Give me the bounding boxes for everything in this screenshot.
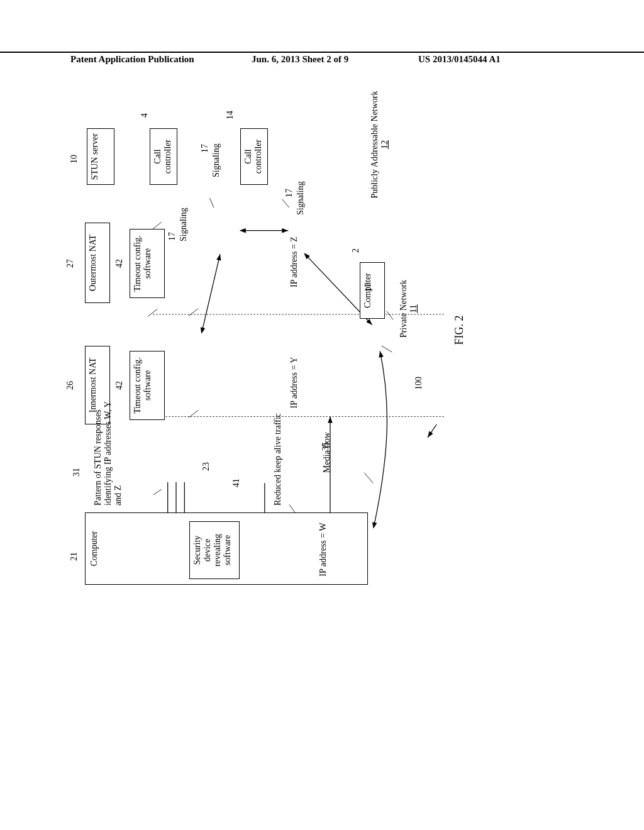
header-center: Jun. 6, 2013 Sheet 2 of 9 <box>252 54 348 65</box>
ref-14: 14 <box>225 111 235 119</box>
priv-net-text: Private Network <box>399 280 408 338</box>
timeout-config-1: Timeout config. software <box>130 351 165 420</box>
svg-line-13 <box>382 346 392 352</box>
ref-41: 41 <box>231 479 242 487</box>
svg-line-22 <box>282 199 289 208</box>
computer-21-label: Computer <box>89 513 99 584</box>
ref-26: 26 <box>65 381 75 390</box>
call-controller-14: Call controller <box>240 128 268 185</box>
ref-2: 2 <box>351 248 361 253</box>
outermost-nat: Outermost NAT <box>85 223 110 303</box>
ip-w: IP address = W <box>318 519 328 580</box>
ref-27: 27 <box>65 259 75 268</box>
svg-line-23 <box>387 311 393 319</box>
page: Patent Application Publication Jun. 6, 2… <box>0 0 644 830</box>
signaling-2: Signaling <box>211 143 221 177</box>
ip-z: IP address = Z <box>289 226 299 298</box>
header-left: Patent Application Publication <box>70 54 194 65</box>
ref-17b: 17 <box>200 144 210 153</box>
svg-line-20 <box>189 309 198 316</box>
priv-net-num: 11 <box>409 304 418 313</box>
ref-17a: 17 <box>167 232 177 241</box>
private-network-label: Private Network 11 <box>399 262 419 356</box>
ip-y: IP address = Y <box>289 346 299 419</box>
svg-line-5 <box>153 489 162 494</box>
keepalive-label: Reduced keep alive traffic <box>273 399 283 506</box>
svg-line-19 <box>189 411 198 418</box>
ref-42b: 42 <box>114 259 125 268</box>
figure-label: FIG. 2 <box>453 305 466 355</box>
svg-line-17 <box>148 309 157 317</box>
signaling-1: Signaling <box>179 208 189 241</box>
security-software: Security device revealing software <box>189 521 240 579</box>
ref-31: 31 <box>72 468 82 477</box>
call-controller-4: Call controller <box>150 128 177 185</box>
ref-100: 100 <box>414 377 424 390</box>
ref-4: 4 <box>140 113 150 118</box>
ref-21: 21 <box>69 552 79 561</box>
svg-line-10 <box>202 254 220 332</box>
figure-2: Computer Security device revealing softw… <box>50 157 579 597</box>
pub-net-num: 12 <box>380 140 389 149</box>
public-network-label: Publicly Addressable Network 12 <box>370 82 390 208</box>
timeout-config-2: Timeout config. software <box>130 229 165 298</box>
ref-42a: 42 <box>114 381 125 390</box>
pub-net-text: Publicly Addressable Network <box>370 91 379 198</box>
media-flow-label: Media flow <box>322 404 332 473</box>
header-right: US 2013/0145044 A1 <box>418 54 501 65</box>
svg-line-14 <box>428 424 436 438</box>
ref-17c: 17 <box>284 189 294 197</box>
computer-21: Computer Security device revealing softw… <box>85 512 368 585</box>
svg-line-21 <box>209 198 214 208</box>
ref-23: 23 <box>201 462 211 471</box>
stun-server: STUN server <box>87 128 114 185</box>
signaling-3: Signaling <box>296 181 306 215</box>
ref-17d: 17 <box>364 283 374 292</box>
ref-35: 35 <box>321 442 331 451</box>
svg-line-9 <box>364 473 373 484</box>
stun-response-label: Pattern of STUN responses identifying IP… <box>93 392 123 506</box>
ref-10: 10 <box>69 155 79 163</box>
